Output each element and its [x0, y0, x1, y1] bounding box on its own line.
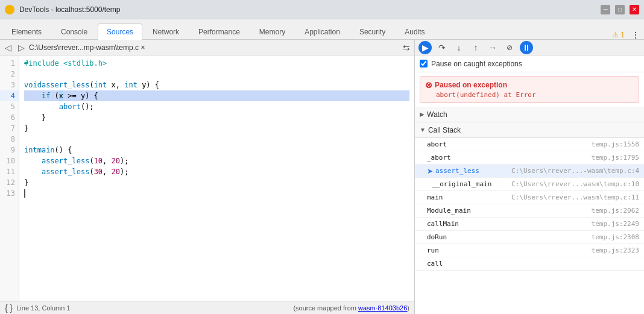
callstack-loc-assert_less: C:\Users\rrever...-wasm\temp.c:4 [511, 167, 639, 175]
callstack-item-_abort[interactable]: _abort temp.js:1795 [415, 151, 644, 165]
line-num-8: 8 [0, 134, 19, 145]
error-icon: ⊗ [425, 80, 432, 90]
tab-audits[interactable]: Audits [396, 24, 434, 40]
tab-security[interactable]: Security [350, 24, 394, 40]
code-line-9: int main() { [24, 145, 409, 155]
window-controls: ─ □ ✕ [601, 5, 639, 14]
line-num-11: 11 [0, 166, 19, 177]
close-button[interactable]: ✕ [630, 5, 639, 14]
callstack-fn-_abort: _abort [427, 154, 592, 162]
window-title: DevTools - localhost:5000/temp [19, 5, 596, 14]
callstack-loc-abort: temp.js:1558 [592, 140, 639, 148]
watch-label: Watch [427, 110, 447, 119]
callstack-fn-module_main: Module_main [427, 207, 592, 215]
pause-exceptions-label[interactable]: Pause on caught exceptions [431, 60, 522, 68]
main-layout: ◁ ▷ C:\Users\rrever...mp-wasm\temp.c × ⇆… [0, 40, 644, 314]
step-out-button[interactable]: ↑ [469, 41, 482, 54]
line-num-6: 6 [0, 112, 19, 123]
code-line-5: abort(); [24, 101, 409, 112]
more-tabs-button[interactable]: ⋮ [630, 31, 642, 39]
tab-network[interactable]: Network [144, 24, 188, 40]
callstack-fn-callMain: callMain [427, 220, 592, 228]
tabbar: Elements Console Sources Network Perform… [0, 19, 644, 40]
tab-sources[interactable]: Sources [98, 24, 142, 40]
exception-title: ⊗ Paused on exception [425, 80, 634, 90]
code-line-1: #include <stdlib.h> [24, 58, 409, 69]
watch-arrow-icon: ▶ [420, 111, 425, 118]
callstack-loc-main: C:\Users\rrever...wasm\temp.c:11 [511, 193, 639, 201]
source-map-info: (source mapped from wasm-81403b26) [293, 304, 409, 312]
right-sections[interactable]: ▶ Watch ▼ Call Stack abort temp.js:1558 … [415, 107, 644, 314]
callstack-loc-original_main: C:\Users\rrever...wasm\temp.c:10 [511, 180, 639, 188]
callstack-fn-doRun: doRun [427, 233, 592, 241]
line-num-9: 9 [0, 145, 19, 155]
tab-performance[interactable]: Performance [189, 24, 249, 40]
callstack-item-call[interactable]: call [415, 257, 644, 271]
callstack-arrow-icon: ▼ [420, 127, 426, 133]
exception-box: ⊗ Paused on exception abort(undefined) a… [420, 76, 639, 103]
source-toolbar: ◁ ▷ C:\Users\rrever...mp-wasm\temp.c × ⇆ [0, 40, 414, 55]
code-line-11: assert_less(30, 20); [24, 166, 409, 177]
callstack-loc-doRun: temp.js:2308 [592, 233, 639, 241]
warning-badge: ⚠ 1 [607, 31, 630, 39]
callstack-fn-call: call [427, 260, 639, 268]
callstack-item-callMain[interactable]: callMain temp.js:2249 [415, 218, 644, 231]
maximize-button[interactable]: □ [615, 5, 625, 14]
tab-console[interactable]: Console [52, 24, 96, 40]
callstack-fn-abort: abort [427, 140, 592, 148]
back-icon[interactable]: ◁ [2, 42, 13, 53]
deactivate-breakpoints-button[interactable]: ⊘ [503, 41, 516, 54]
callstack-item-main[interactable]: main C:\Users\rrever...wasm\temp.c:11 [415, 191, 644, 204]
callstack-fn-run: run [427, 246, 592, 254]
cursor-position: Line 13, Column 1 [16, 304, 70, 312]
callstack-item-doRun[interactable]: doRun temp.js:2308 [415, 231, 644, 244]
watch-section-header[interactable]: ▶ Watch [415, 107, 644, 122]
titlebar: DevTools - localhost:5000/temp ─ □ ✕ [0, 0, 644, 19]
callstack-item-abort[interactable]: abort temp.js:1558 [415, 138, 644, 151]
line-num-3: 3 [0, 80, 19, 90]
source-map-link[interactable]: wasm-81403b26 [358, 304, 407, 312]
line-num-7: 7 [0, 123, 19, 134]
step-into-button[interactable]: ↓ [452, 41, 466, 54]
callstack-item-original_main[interactable]: __original_main C:\Users\rrever...wasm\t… [415, 178, 644, 191]
source-icon: { } [5, 303, 13, 313]
code-editor[interactable]: 1 2 3 4 5 6 7 8 9 10 11 12 13 #include <… [0, 55, 414, 301]
callstack-item-run[interactable]: run temp.js:2323 [415, 244, 644, 257]
callstack-item-module_main[interactable]: Module_main temp.js:2062 [415, 204, 644, 218]
code-line-2 [24, 69, 409, 80]
callstack-fn-original_main: __original_main [432, 180, 511, 188]
statusbar: { } Line 13, Column 1 (source mapped fro… [0, 301, 414, 314]
pause-exceptions-row: Pause on caught exceptions [415, 55, 644, 72]
step-button[interactable]: → [486, 41, 499, 54]
tab-elements[interactable]: Elements [2, 24, 51, 40]
current-frame-icon: ➤ [427, 167, 433, 175]
step-over-button[interactable]: ↷ [435, 41, 449, 54]
exception-detail: abort(undefined) at Error [425, 91, 634, 99]
pause-exceptions-checkbox[interactable] [420, 60, 428, 68]
code-content[interactable]: #include <stdlib.h> void assert_less(int… [19, 55, 414, 301]
pause-on-exception-button[interactable]: ⏸ [520, 41, 533, 54]
code-line-13 [24, 188, 409, 199]
tab-application[interactable]: Application [295, 24, 349, 40]
callstack-list: abort temp.js:1558 _abort temp.js:1795 ➤… [415, 138, 644, 271]
callstack-fn-main: main [427, 193, 511, 201]
callstack-fn-assert_less: assert_less [435, 167, 511, 175]
code-line-3: void assert_less(int x, int y) { [24, 80, 409, 90]
code-line-6: } [24, 112, 409, 123]
format-icon[interactable]: ⇆ [401, 42, 412, 53]
callstack-loc-run: temp.js:2323 [592, 246, 639, 254]
left-panel: ◁ ▷ C:\Users\rrever...mp-wasm\temp.c × ⇆… [0, 40, 415, 314]
close-tab-icon[interactable]: × [140, 43, 145, 52]
resume-button[interactable]: ▶ [418, 41, 432, 54]
callstack-section-header[interactable]: ▼ Call Stack [415, 122, 644, 138]
tab-memory[interactable]: Memory [250, 24, 294, 40]
forward-icon[interactable]: ▷ [16, 42, 27, 53]
callstack-item-assert_less[interactable]: ➤ assert_less C:\Users\rrever...-wasm\te… [415, 165, 644, 178]
callstack-loc-_abort: temp.js:1795 [592, 154, 639, 162]
filepath: C:\Users\rrever...mp-wasm\temp.c × [29, 43, 399, 52]
code-line-8 [24, 134, 409, 145]
code-line-7: } [24, 123, 409, 134]
line-num-13: 13 [0, 188, 19, 199]
callstack-label: Call Stack [428, 126, 461, 134]
minimize-button[interactable]: ─ [601, 5, 610, 14]
